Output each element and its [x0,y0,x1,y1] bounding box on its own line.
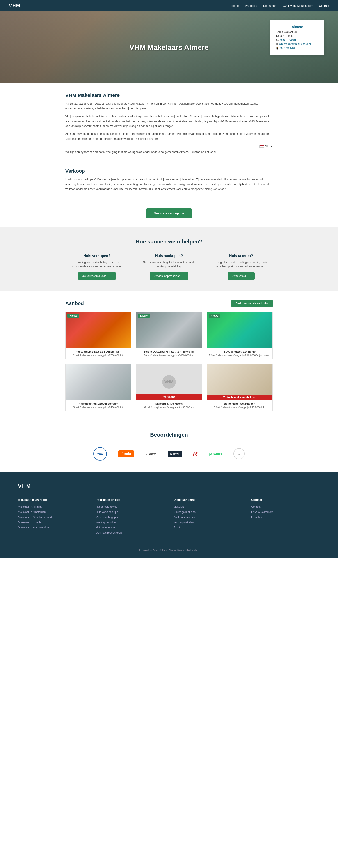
hero-card-email[interactable]: almere@vhmmakelaars.nl [279,42,311,45]
help-card-2-btn[interactable]: Uw aankoopmakelaar [149,272,189,280]
nav-contact[interactable]: Contact [319,4,329,7]
verkoop-text: U wilt uw huis verkopen? Door onze jaren… [65,177,273,192]
nav-over[interactable]: Over VHM Makelaars [283,4,312,7]
hero-card-mobile-row: 06-14036132 [276,46,319,50]
navbar-logo[interactable]: VHM [9,3,20,8]
footer-link-presenteren[interactable]: Optimaal presenteren [96,531,122,534]
help-cards: Huis verkopen? Uw woning snel verkocht t… [61,254,277,280]
footer-link-alkmaar[interactable]: Makelaar in Alkmaar [18,505,43,508]
lang-selector[interactable]: NL ▲ [65,145,273,148]
hero-title: VHM Makelaars Almere [130,43,209,52]
footer-link-amsterdam[interactable]: Makelaar in Amsterdam [18,510,46,514]
help-card-3-btn[interactable]: Uw taxateur [228,272,255,280]
aanbod-header: Aanbod Bekijk het gehele aanbod [65,300,273,307]
footer-link-courtage[interactable]: Courtage makelaar [173,510,197,514]
email-icon [276,42,278,45]
property-image-4 [66,364,131,400]
footer-link-begrippen[interactable]: Makelaarsbegrippen [96,516,120,519]
property-info-1: Passeerdersstraat 51 B Amsterdam 81 m² 2… [66,348,131,359]
footer: VHM Makelaar in uw regio Makelaar in Alk… [0,472,338,558]
footer-link-utrecht[interactable]: Makelaar in Utrecht [18,521,41,524]
footer-link-kennemerland[interactable]: Makelaar in Kennemerland [18,526,50,529]
hero-card-phone[interactable]: 036-8443781 [280,38,296,41]
lang-label: NL [265,145,269,148]
footer-link-verkopen-tips[interactable]: Huis verkopen tips [96,510,118,514]
property-info-2: Eerste Oosterparkstraat 3 2 Amsterdam 50… [136,348,202,359]
property-card-5[interactable]: VHM Verkocht Malberg 63 De Meern 92 m² 2… [136,364,202,411]
property-name-1: Passeerdersstraat 51 B Amsterdam [68,350,129,353]
beoordelingen-section: Beoordelingen VBO funda SCVM NWWI R para… [0,420,338,472]
property-name-4: Aalbersestraat 218 Amsterdam [68,402,129,405]
lang-chevron: ▲ [270,145,273,148]
property-details-2: 50 m² 1 slaapkamer Vraagprijs € 450.000 … [138,354,199,357]
footer-link-hypotheek[interactable]: Hypotheek advies [96,505,117,508]
help-card-1-title: Huis verkopen? [65,254,129,258]
property-badge-6: Verkocht onder voorbehoud [207,395,272,400]
property-details-5: 92 m² 2 slaapkamers Vraagprijs € 485.000… [138,406,199,409]
footer-link-oost-nl[interactable]: Makelaar in Oost-Nederland [18,516,52,519]
property-card-1[interactable]: Nieuw Passeerdersstraat 51 B Amsterdam 8… [65,312,131,359]
footer-link-makelaar[interactable]: Makelaar [173,505,184,508]
hero-card-email-row: almere@vhmmakelaars.nl [276,42,319,45]
property-badge-5: Verkocht [136,394,202,400]
help-card-aankopen: Huis aankopen? Onze makelaars begeleiden… [137,254,201,280]
property-badge-1: Nieuw [67,314,79,318]
footer-col-diensten-links: Makelaar Courtage makelaar Aankoopmakela… [173,505,242,529]
property-card-2[interactable]: Nieuw Eerste Oosterparkstraat 3 2 Amster… [136,312,202,359]
footer-bottom: Powered by Goes & Roos. Alle rechten voo… [18,545,320,552]
footer-col-diensten: Dienstverlening Makelaar Courtage makela… [173,498,242,536]
hero-card-mobile[interactable]: 06-14036132 [280,46,296,50]
phone-icon [276,38,279,41]
footer-link-franchise[interactable]: Franchise [251,516,263,519]
logo-nwwi: NWWI [168,451,182,457]
mobile-icon [276,46,279,50]
property-card-6[interactable]: Verkocht onder voorbehoud Berkenlaan 335… [207,364,273,411]
property-card-4[interactable]: Aalbersestraat 218 Amsterdam 88 m² 3 sla… [65,364,131,411]
intro-heading: VHM Makelaars Almere [65,92,273,98]
footer-col-regio-links: Makelaar in Alkmaar Makelaar in Amsterda… [18,505,87,529]
verkoop-section: Verkoop U wilt uw huis verkopen? Door on… [65,168,273,192]
nav-diensten[interactable]: Diensten [263,4,276,7]
help-card-2-text: Onze makelaars begeleiden u met de total… [137,260,201,269]
footer-link-taxateur[interactable]: Taxateur [173,526,184,529]
footer-link-aankoopmakelaar[interactable]: Aankoopmakelaar [173,516,195,519]
logo-r: R [193,450,197,458]
property-details-3: 52 m² 2 slaapkamers Vraagprijs € 199.000… [209,354,270,357]
property-details-6: 72 m² 2 slaapkamers Vraagprijs € 235.000… [209,406,270,409]
footer-link-privacy[interactable]: Privacy Statement [251,510,273,514]
property-img-wrap-5: VHM Verkocht [136,364,202,400]
aanbod-cta-btn[interactable]: Bekijk het gehele aanbod [231,300,273,307]
property-grid: Nieuw Passeerdersstraat 51 B Amsterdam 8… [65,312,273,411]
footer-bottom-text: Powered by Goes & Roos. Alle rechten voo… [139,549,199,552]
beoordelingen-heading: Beoordelingen [4,432,334,438]
logo-pararius: pararius [209,452,222,456]
help-card-1-text: Uw woning snel verkocht tegen de beste v… [65,260,129,269]
footer-col-contact-title: Contact [251,498,320,501]
help-card-1-btn[interactable]: Uw verkoopmakelaar [78,272,116,280]
footer-col-diensten-title: Dienstverlening [173,498,242,501]
help-card-verkopen: Huis verkopen? Uw woning snel verkocht t… [65,254,129,280]
footer-link-definities[interactable]: Woning definities [96,521,116,524]
property-img-wrap-1: Nieuw [66,312,131,348]
nl-flag-icon [259,145,264,148]
footer-link-energielabel[interactable]: Het energielabel [96,526,115,529]
property-name-3: Boedelhofweg 114 Eefde [209,350,270,353]
navbar: VHM Home Aanbod Diensten Over VHM Makela… [0,0,338,11]
property-badge-3: Nieuw [209,314,221,318]
property-info-6: Berkenlaan 335 Zutphen 72 m² 2 slaapkame… [207,400,272,411]
hero-card-address: Brancusistraat 98 [276,30,319,34]
main-content: VHM Makelaars Almere Na 15 jaar actief t… [61,84,277,204]
property-card-3[interactable]: Nieuw Boedelhofweg 114 Eefde 52 m² 2 sla… [207,312,273,359]
footer-link-verkoopmakelaar[interactable]: Verkoopmakelaar [173,521,195,524]
nav-aanbod[interactable]: Aanbod [245,4,257,7]
property-img-wrap-3: Nieuw [207,312,272,348]
help-section: Hoe kunnen we u helpen? Huis verkopen? U… [0,227,338,291]
help-card-taxeren: Huis taxeren? Een gratis waardebepaling … [209,254,273,280]
property-name-5: Malberg 63 De Meern [138,402,199,405]
nav-home[interactable]: Home [231,4,239,7]
hero-card-city: Almere [276,25,319,29]
property-info-5: Malberg 63 De Meern 92 m² 2 slaapkamers … [136,400,202,411]
footer-link-contact[interactable]: Contact [251,505,261,508]
neem-contact-button[interactable]: Neem contact op [146,208,192,218]
nav-links: Home Aanbod Diensten Over VHM Makelaars … [231,4,329,7]
